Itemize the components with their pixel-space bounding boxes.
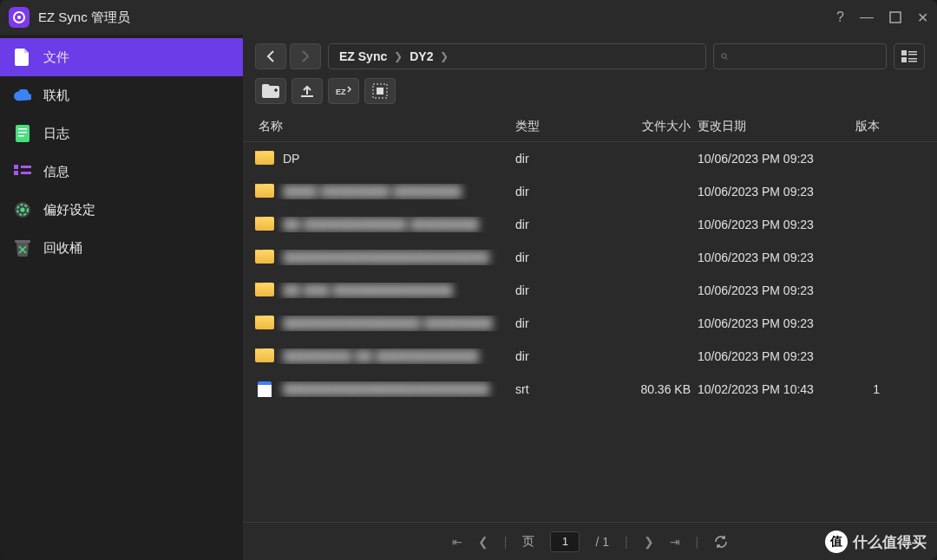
pagination: ⇤ ❮ | 页 / 1 | ❯ ⇥ | — [243, 522, 937, 560]
svg-rect-7 — [21, 166, 31, 168]
log-icon — [14, 125, 31, 142]
search-box[interactable] — [713, 43, 887, 69]
table-row[interactable]: ████████████████████████dir10/06/2023 PM… — [243, 241, 937, 274]
svg-rect-14 — [901, 50, 907, 55]
upload-button[interactable] — [292, 78, 323, 104]
sidebar-item-trash[interactable]: 回收桶 — [0, 229, 243, 267]
file-version: 1 — [836, 382, 880, 396]
folder-icon — [255, 348, 274, 362]
sidebar-item-info[interactable]: 信息 — [0, 153, 243, 191]
file-type: dir — [515, 185, 602, 199]
svg-point-11 — [21, 208, 25, 212]
window-title: EZ Sync 管理员 — [38, 10, 836, 26]
svg-rect-2 — [18, 128, 27, 130]
sidebar-label: 文件 — [43, 49, 69, 66]
file-icon — [14, 49, 31, 66]
folder-icon — [255, 283, 274, 296]
search-icon — [721, 50, 728, 62]
svg-rect-12 — [15, 240, 30, 243]
cloud-icon — [14, 87, 31, 104]
minimize-button[interactable]: — — [860, 10, 874, 25]
file-name: ████████████████████████ — [283, 251, 489, 264]
table-row[interactable]: ████ ████████ ████████dir10/06/2023 PM 0… — [243, 175, 937, 208]
chevron-right-icon: ❯ — [394, 50, 403, 62]
search-input[interactable] — [733, 50, 879, 63]
file-date: 10/06/2023 PM 09:23 — [698, 283, 836, 297]
close-button[interactable]: ✕ — [917, 10, 928, 26]
svg-rect-16 — [908, 54, 917, 55]
file-type: dir — [515, 349, 602, 363]
svg-rect-0 — [890, 12, 901, 23]
breadcrumb[interactable]: EZ Sync ❯ DY2 ❯ — [328, 43, 706, 69]
file-icon — [258, 381, 272, 397]
sidebar-label: 联机 — [43, 88, 69, 104]
file-type: dir — [515, 218, 602, 231]
file-date: 10/06/2023 PM 09:23 — [698, 349, 836, 363]
sidebar-item-preferences[interactable]: 偏好设定 — [0, 191, 243, 229]
sync-button[interactable]: EZ — [328, 78, 359, 104]
file-name: DP — [283, 152, 299, 166]
folder-icon — [255, 151, 274, 165]
breadcrumb-folder[interactable]: DY2 — [410, 49, 433, 63]
file-date: 10/06/2023 PM 09:23 — [698, 316, 836, 330]
sidebar-item-logs[interactable]: 日志 — [0, 114, 243, 153]
view-toggle-button[interactable] — [894, 43, 925, 69]
title-bar: EZ Sync 管理员 ? — ✕ — [0, 0, 937, 35]
file-date: 10/06/2023 PM 09:23 — [698, 185, 836, 199]
col-name[interactable]: 名称 — [255, 119, 515, 134]
svg-point-13 — [722, 54, 726, 58]
breadcrumb-root[interactable]: EZ Sync — [339, 49, 387, 63]
sidebar-item-files[interactable]: 文件 — [0, 38, 243, 76]
svg-rect-5 — [14, 165, 18, 169]
file-type: dir — [515, 316, 602, 330]
svg-rect-8 — [21, 172, 31, 174]
page-input[interactable] — [550, 531, 580, 552]
col-date[interactable]: 更改日期 — [698, 119, 836, 134]
refresh-button[interactable] — [714, 535, 728, 549]
svg-rect-22 — [377, 88, 383, 94]
col-type[interactable]: 类型 — [515, 119, 602, 134]
svg-rect-17 — [901, 57, 907, 62]
svg-rect-18 — [908, 58, 917, 60]
col-size[interactable]: 文件大小 — [602, 119, 698, 134]
table-row[interactable]: ████████████████████████srt80.36 KB10/02… — [243, 373, 937, 406]
file-name: ████████ ██ ████████████ — [283, 349, 479, 363]
sidebar-item-online[interactable]: 联机 — [0, 76, 243, 114]
page-prev-button[interactable]: ❮ — [478, 535, 488, 549]
file-name: ██ ████████████ ████████ — [283, 218, 479, 231]
table-row[interactable]: ████████████████ ████████dir10/06/2023 P… — [243, 307, 937, 340]
table-row[interactable]: ██ ███ ██████████████dir10/06/2023 PM 09… — [243, 274, 937, 307]
new-folder-button[interactable] — [255, 78, 286, 104]
trash-icon — [14, 239, 31, 257]
sidebar-label: 回收桶 — [43, 240, 82, 257]
file-type: dir — [515, 251, 602, 264]
file-table: 名称 类型 文件大小 更改日期 版本 DPdir10/06/2023 PM 09… — [243, 111, 937, 522]
page-label: 页 — [522, 534, 534, 550]
file-date: 10/02/2023 PM 10:43 — [698, 382, 836, 396]
col-version[interactable]: 版本 — [836, 119, 880, 134]
page-last-button[interactable]: ⇥ — [670, 535, 680, 549]
maximize-button[interactable] — [889, 11, 901, 23]
svg-rect-6 — [14, 171, 18, 175]
help-button[interactable]: ? — [836, 10, 844, 25]
folder-icon — [255, 184, 274, 198]
nav-forward-button[interactable] — [290, 43, 321, 69]
page-next-button[interactable]: ❯ — [644, 535, 654, 549]
chevron-right-icon: ❯ — [440, 50, 449, 62]
select-all-button[interactable] — [364, 78, 396, 104]
file-type: dir — [515, 283, 602, 297]
nav-back-button[interactable] — [255, 43, 286, 69]
sidebar: 文件 联机 日志 信息 偏好设定 回收桶 — [0, 35, 243, 560]
app-logo — [9, 7, 29, 28]
gear-icon — [14, 201, 31, 218]
page-first-button[interactable]: ⇤ — [452, 535, 462, 549]
table-row[interactable]: ██ ████████████ ████████dir10/06/2023 PM… — [243, 208, 937, 241]
table-row[interactable]: DPdir10/06/2023 PM 09:23 — [243, 142, 937, 175]
file-name: ████████████████ ████████ — [283, 316, 493, 330]
table-row[interactable]: ████████ ██ ████████████dir10/06/2023 PM… — [243, 340, 937, 373]
svg-rect-19 — [908, 61, 917, 62]
sidebar-label: 日志 — [43, 126, 69, 142]
file-name: ████ ████████ ████████ — [283, 185, 462, 199]
file-type: dir — [515, 152, 602, 166]
file-date: 10/06/2023 PM 09:23 — [698, 218, 836, 231]
